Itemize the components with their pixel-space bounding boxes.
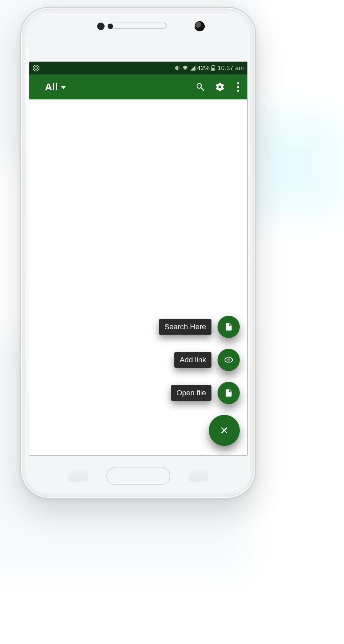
file-icon bbox=[224, 323, 233, 331]
wifi-icon bbox=[182, 65, 189, 71]
fab-mini[interactable] bbox=[218, 382, 240, 404]
fab-mini[interactable] bbox=[218, 349, 240, 371]
fab-item-add-link[interactable]: Add link bbox=[174, 349, 240, 371]
phone-capacitive-right bbox=[189, 470, 208, 482]
more-vert-icon bbox=[237, 82, 239, 84]
overflow-menu-button[interactable] bbox=[234, 82, 242, 92]
content-area: Search Here Add link Open file bbox=[29, 99, 247, 455]
file-icon bbox=[224, 389, 233, 397]
status-clock: 10:37 am bbox=[218, 65, 244, 72]
phone-capacitive-left bbox=[68, 470, 88, 482]
link-icon bbox=[224, 355, 234, 365]
svg-rect-2 bbox=[212, 68, 214, 70]
signal-icon bbox=[190, 65, 196, 71]
fab-label: Search Here bbox=[159, 319, 211, 335]
android-status-bar: 42% 10:37 am bbox=[29, 62, 247, 74]
phone-home-button[interactable] bbox=[106, 467, 170, 485]
gear-icon bbox=[215, 82, 225, 92]
fab-item-search-here[interactable]: Search Here bbox=[159, 316, 240, 338]
fab-mini[interactable] bbox=[218, 316, 240, 338]
phone-frame: 42% 10:37 am All bbox=[20, 7, 256, 499]
phone-speaker bbox=[110, 23, 167, 29]
search-icon bbox=[195, 82, 205, 92]
app-toolbar: All bbox=[29, 74, 247, 99]
filter-label: All bbox=[45, 81, 58, 93]
phone-screen: 42% 10:37 am All bbox=[29, 62, 247, 455]
fab-label: Add link bbox=[174, 352, 211, 368]
close-icon bbox=[209, 415, 240, 446]
battery-percent: 42% bbox=[197, 65, 210, 72]
filter-dropdown[interactable]: All bbox=[45, 81, 66, 93]
fab-main-row bbox=[209, 415, 240, 446]
fab-item-open-file[interactable]: Open file bbox=[171, 382, 240, 404]
phone-front-camera bbox=[195, 21, 205, 31]
fab-label: Open file bbox=[171, 385, 211, 401]
search-button[interactable] bbox=[195, 81, 206, 93]
fab-main-button[interactable] bbox=[209, 415, 240, 446]
svg-rect-1 bbox=[212, 65, 214, 66]
phone-sensor-dot bbox=[97, 23, 105, 30]
phone-sensor-dot bbox=[108, 24, 113, 29]
fab-speed-dial: Search Here Add link Open file bbox=[159, 316, 240, 446]
settings-button[interactable] bbox=[214, 81, 226, 93]
battery-icon bbox=[211, 65, 215, 71]
status-icon bbox=[33, 65, 39, 71]
vibrate-icon bbox=[174, 65, 180, 71]
chevron-down-icon bbox=[61, 86, 66, 89]
